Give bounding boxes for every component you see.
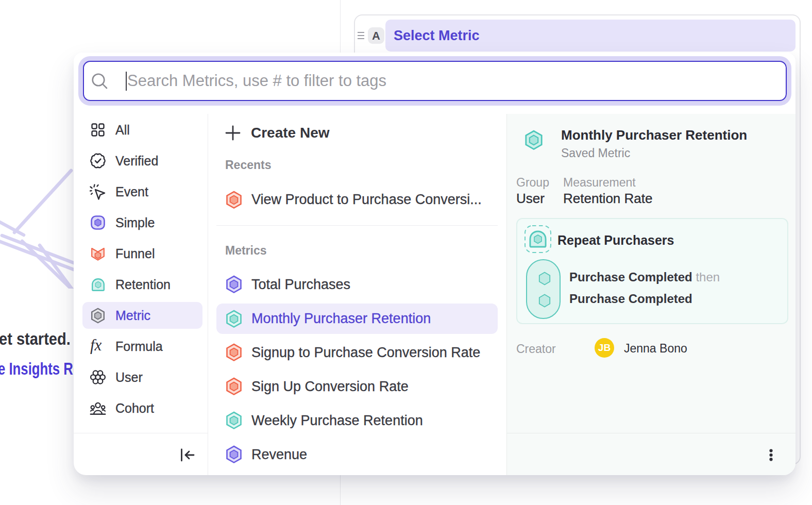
- svg-text:fx: fx: [90, 338, 102, 354]
